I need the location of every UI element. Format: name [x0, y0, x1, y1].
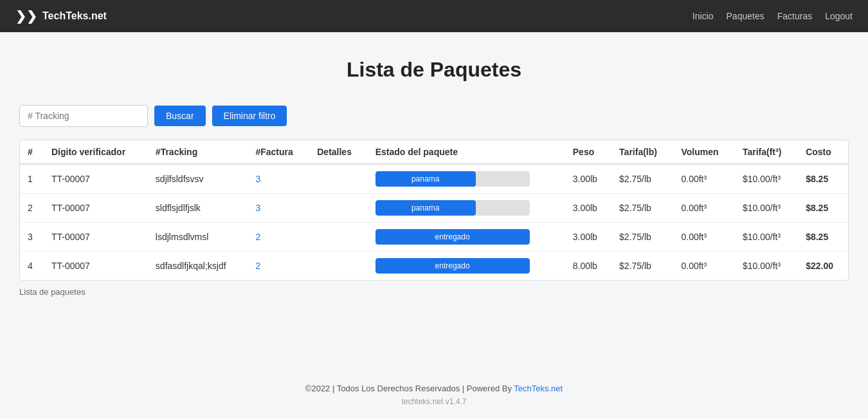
- col-digito: Dígito verificador: [44, 140, 148, 164]
- search-bar: Buscar Eliminar filtro: [19, 105, 849, 127]
- cell-factura: 2: [248, 223, 309, 252]
- cell-factura: 3: [248, 164, 309, 194]
- cell-num: 3: [20, 223, 44, 252]
- cell-detalles: [309, 252, 367, 281]
- col-tarifa-lb: Tarifa(lb): [611, 140, 673, 164]
- cell-costo: $8.25: [798, 223, 848, 252]
- cell-peso: 8.00lb: [565, 252, 611, 281]
- col-tarifa-ft: Tarifa(ft³): [735, 140, 798, 164]
- page-title: Lista de Paquetes: [19, 58, 849, 82]
- cell-num: 1: [20, 164, 44, 194]
- nav-paquetes[interactable]: Paquetes: [727, 11, 764, 21]
- cell-detalles: [309, 223, 367, 252]
- footer-brand-link[interactable]: TechTeks.net: [514, 384, 563, 393]
- footer: ©2022 | Todos Los Derechos Reservados | …: [0, 371, 868, 419]
- search-input[interactable]: [19, 105, 148, 127]
- eliminar-filtro-button[interactable]: Eliminar filtro: [212, 106, 287, 126]
- cell-tracking: lsdjlmsdlvmsl: [148, 223, 248, 252]
- table-row: 4 TT-00007 sdfasdlfjkqal;ksjdf 2 entrega…: [20, 252, 848, 281]
- factura-link[interactable]: 2: [255, 261, 260, 271]
- cell-volumen: 0.00ft³: [673, 252, 734, 281]
- status-bar: panama: [375, 200, 476, 216]
- cell-estado: entregado: [368, 252, 565, 281]
- footer-copy: ©2022 | Todos Los Derechos Reservados | …: [305, 384, 514, 393]
- cell-num: 4: [20, 252, 44, 281]
- cell-estado: panama: [368, 164, 565, 194]
- cell-tarifa-ft: $10.00/ft³: [735, 164, 798, 194]
- cell-peso: 3.00lb: [565, 164, 611, 194]
- cell-factura: 2: [248, 252, 309, 281]
- table-header: # Dígito verificador #Tracking #Factura …: [20, 140, 848, 164]
- nav-menu: Inicio Paquetes Facturas Logout: [692, 10, 853, 22]
- cell-digito: TT-00007: [44, 194, 148, 223]
- cell-tarifa-ft: $10.00/ft³: [735, 252, 798, 281]
- cell-digito: TT-00007: [44, 252, 148, 281]
- main-content: Lista de Paquetes Buscar Eliminar filtro…: [0, 32, 868, 371]
- navbar: ❯❯ TechTeks.net Inicio Paquetes Facturas…: [0, 0, 868, 32]
- cell-estado: entregado: [368, 223, 565, 252]
- nav-logout[interactable]: Logout: [825, 11, 853, 21]
- status-bar: entregado: [375, 258, 530, 274]
- status-bar-container: panama: [375, 200, 530, 216]
- cell-tarifa-lb: $2.75/lb: [611, 252, 673, 281]
- cell-costo: $22.00: [798, 252, 848, 281]
- cell-volumen: 0.00ft³: [673, 223, 734, 252]
- cell-tarifa-ft: $10.00/ft³: [735, 223, 798, 252]
- footer-text: ©2022 | Todos Los Derechos Reservados | …: [13, 384, 855, 393]
- packages-table: # Dígito verificador #Tracking #Factura …: [20, 140, 848, 280]
- factura-link[interactable]: 3: [255, 203, 260, 213]
- factura-link[interactable]: 3: [255, 174, 260, 184]
- col-estado: Estado del paquete: [368, 140, 565, 164]
- cell-factura: 3: [248, 194, 309, 223]
- cell-detalles: [309, 164, 367, 194]
- status-bar-container: panama: [375, 171, 530, 187]
- cell-costo: $8.25: [798, 194, 848, 223]
- cell-num: 2: [20, 194, 44, 223]
- factura-link[interactable]: 2: [255, 232, 260, 242]
- brand: ❯❯ TechTeks.net: [15, 8, 107, 24]
- cell-tarifa-lb: $2.75/lb: [611, 194, 673, 223]
- table-row: 3 TT-00007 lsdjlmsdlvmsl 2 entregado 3.0…: [20, 223, 848, 252]
- col-peso: Peso: [565, 140, 611, 164]
- status-bar: entregado: [375, 229, 530, 245]
- cell-digito: TT-00007: [44, 164, 148, 194]
- cell-volumen: 0.00ft³: [673, 194, 734, 223]
- cell-digito: TT-00007: [44, 223, 148, 252]
- cell-costo: $8.25: [798, 164, 848, 194]
- table-row: 2 TT-00007 sldflsjdlfjslk 3 panama 3.00l…: [20, 194, 848, 223]
- cell-volumen: 0.00ft³: [673, 164, 734, 194]
- status-bar-container: entregado: [375, 258, 530, 274]
- table-body: 1 TT-00007 sdjlfsldfsvsv 3 panama 3.00lb…: [20, 164, 848, 280]
- col-volumen: Volumen: [673, 140, 734, 164]
- cell-tracking: sdfasdlfjkqal;ksjdf: [148, 252, 248, 281]
- col-factura: #Factura: [248, 140, 309, 164]
- col-num: #: [20, 140, 44, 164]
- col-tracking: #Tracking: [148, 140, 248, 164]
- nav-facturas[interactable]: Facturas: [777, 11, 812, 21]
- brand-name: TechTeks.net: [42, 10, 107, 22]
- nav-inicio[interactable]: Inicio: [692, 11, 714, 21]
- status-bar: panama: [375, 171, 476, 187]
- cell-estado: panama: [368, 194, 565, 223]
- table-row: 1 TT-00007 sdjlfsldfsvsv 3 panama 3.00lb…: [20, 164, 848, 194]
- cell-tarifa-lb: $2.75/lb: [611, 223, 673, 252]
- cell-tracking: sdjlfsldfsvsv: [148, 164, 248, 194]
- col-costo: Costo: [798, 140, 848, 164]
- footer-version: techteks.net v1.4.7: [13, 397, 855, 406]
- cell-detalles: [309, 194, 367, 223]
- cell-peso: 3.00lb: [565, 194, 611, 223]
- cell-tarifa-ft: $10.00/ft³: [735, 194, 798, 223]
- cell-tarifa-lb: $2.75/lb: [611, 164, 673, 194]
- logo-icon: ❯❯: [15, 8, 37, 24]
- cell-peso: 3.00lb: [565, 223, 611, 252]
- breadcrumb: Lista de paquetes: [19, 287, 849, 297]
- col-detalles: Detalles: [309, 140, 367, 164]
- packages-table-container: # Dígito verificador #Tracking #Factura …: [19, 140, 849, 281]
- cell-tracking: sldflsjdlfjslk: [148, 194, 248, 223]
- buscar-button[interactable]: Buscar: [154, 106, 206, 126]
- status-bar-container: entregado: [375, 229, 530, 245]
